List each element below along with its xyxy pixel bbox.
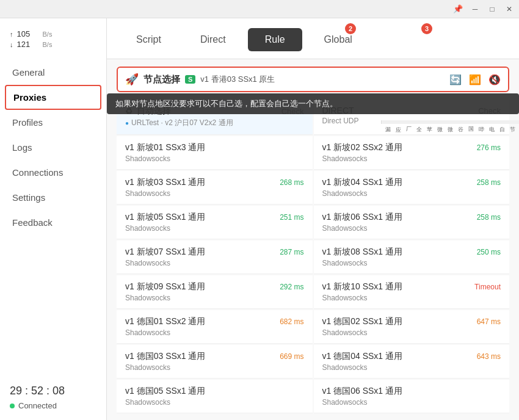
proxy-latency: 258 ms (477, 213, 501, 222)
close-button[interactable]: ✕ (504, 4, 514, 14)
tab-global[interactable]: Global (307, 28, 369, 51)
proxy-latency: 669 ms (280, 352, 303, 361)
proxy-latency: Timeout (474, 283, 501, 291)
connection-status: Connected (10, 401, 96, 410)
right-label-item[interactable]: 漏 (383, 121, 393, 123)
mute-icon[interactable]: 🔇 (488, 74, 501, 85)
proxy-latency: 258 ms (477, 178, 501, 187)
group-icon: 🚀 (125, 73, 139, 86)
proxy-item-name: v1 新坡02 SSx2 通用 (322, 142, 403, 153)
right-label-item[interactable]: 谷 (456, 121, 465, 123)
right-label-item[interactable]: 厂 (404, 121, 413, 123)
download-stat: ↓ 121 B/s (10, 40, 96, 49)
right-label-item[interactable]: 微 (446, 121, 455, 123)
proxy-item[interactable]: v1 新坡07 SSx1 通用287 msShadowsocks (117, 241, 313, 274)
proxy-item-sub: Shadowsocks (322, 398, 501, 407)
signal-icon[interactable]: 📶 (469, 74, 481, 85)
proxy-item[interactable]: v1 新坡02 SSx2 通用276 msShadowsocks (314, 136, 510, 170)
proxy-latency: 292 ms (280, 283, 303, 291)
refresh-icon[interactable]: 🔄 (449, 74, 462, 85)
proxy-item[interactable]: v1 德国01 SSx2 通用682 msShadowsocks (117, 310, 313, 344)
proxy-item[interactable]: v1 新坡01 SSx3 通用Shadowsocks (117, 136, 313, 170)
sidebar-item-proxies[interactable]: Proxies (5, 85, 101, 110)
stats-panel: ↑ 105 B/s ↓ 121 B/s (0, 24, 106, 54)
proxy-item-sub: ●URLTest · v2 沪日07 V2x2 通用 (125, 118, 304, 128)
right-label-item[interactable]: 应 (394, 121, 403, 123)
right-label-item[interactable]: 苹 (425, 121, 434, 123)
proxy-item[interactable]: v1 德国04 SSx1 通用643 msShadowsocks (314, 345, 510, 378)
proxy-item-name: v1 新坡08 SSx1 通用 (322, 247, 403, 258)
proxy-item[interactable]: v1 新坡10 SSx1 通用TimeoutShadowsocks (314, 275, 510, 309)
proxy-latency: 276 ms (477, 143, 501, 152)
group-current: v1 香港03 SSx1 原生 (200, 74, 275, 85)
upload-unit: B/s (43, 31, 53, 38)
proxy-item-name: v1 新坡01 SSx3 通用 (125, 142, 206, 153)
proxy-item[interactable]: v1 新坡04 SSx1 通用258 msShadowsocks (314, 171, 510, 205)
tab-direct[interactable]: Direct (183, 28, 243, 51)
proxy-item-sub: Shadowsocks (125, 328, 304, 337)
download-unit: B/s (43, 41, 53, 48)
tab-script[interactable]: Script (119, 28, 178, 51)
proxy-item-sub: Shadowsocks (125, 363, 304, 372)
proxy-item-sub: Shadowsocks (322, 224, 501, 233)
proxy-item[interactable]: v1 新坡05 SSx1 通用251 msShadowsocks (117, 206, 313, 239)
proxy-item-sub: Shadowsocks (125, 224, 304, 233)
tab-rule[interactable]: Rule (248, 28, 302, 51)
proxy-item[interactable]: v1 德国03 SSx1 通用669 msShadowsocks (117, 345, 313, 378)
maximize-button[interactable]: □ (487, 4, 497, 14)
proxy-item-sub: Shadowsocks (322, 294, 501, 302)
proxy-item-sub: Shadowsocks (125, 398, 304, 407)
proxy-item[interactable]: v1 新坡08 SSx1 通用250 msShadowsocks (314, 241, 510, 274)
proxy-item[interactable]: v1 新坡09 SSx1 通用292 msShadowsocks (117, 275, 313, 309)
right-label-item[interactable]: 节 (508, 121, 517, 123)
sidebar-item-general[interactable]: General (0, 60, 106, 85)
right-label-item[interactable]: 全 (415, 121, 424, 123)
proxy-item-sub: Shadowsocks (125, 189, 304, 198)
proxy-item[interactable]: v1 德国05 SSx1 通用Shadowsocks (117, 380, 313, 413)
proxy-item-sub: Shadowsocks (125, 294, 304, 302)
right-label-item[interactable]: 国 (466, 121, 476, 123)
proxy-item-name: v1 新坡10 SSx1 通用 (322, 281, 403, 292)
proxy-item-sub: Shadowsocks (322, 189, 501, 198)
sidebar-item-connections[interactable]: Connections (0, 160, 106, 185)
sidebar-item-logs[interactable]: Logs (0, 135, 106, 160)
status-dot (10, 404, 15, 408)
sidebar-item-profiles[interactable]: Profiles (0, 110, 106, 135)
proxy-item-sub: Shadowsocks (125, 259, 304, 267)
upload-value: 105 (17, 29, 39, 38)
proxy-latency: 250 ms (477, 248, 501, 256)
right-label-item[interactable]: 自 (498, 121, 507, 123)
proxy-item-name: v1 德国06 SSx1 通用 (322, 386, 403, 397)
sidebar-bottom: 29 : 52 : 08 Connected (0, 375, 106, 420)
proxy-item[interactable]: v1 德国02 SSx1 通用647 msShadowsocks (314, 310, 510, 344)
proxy-latency: 251 ms (280, 213, 303, 222)
right-label-item[interactable]: 哔 (477, 121, 486, 123)
proxy-item-sub: Shadowsocks (125, 154, 304, 163)
proxy-item[interactable]: v1 德国06 SSx1 通用Shadowsocks (314, 380, 510, 413)
proxy-grid: ♻自动选择Check●URLTest · v2 沪日07 V2x2 通用DIRE… (117, 100, 509, 413)
sidebar: ↑ 105 B/s ↓ 121 B/s GeneralProxiesProfil… (0, 18, 107, 420)
main-layout: ↑ 105 B/s ↓ 121 B/s GeneralProxiesProfil… (0, 18, 519, 420)
right-labels[interactable]: 节自电哔国谷微微苹全厂应漏 (381, 120, 519, 124)
title-bar: 📌 ─ □ ✕ (0, 0, 519, 18)
badge-rule: 2 (345, 23, 356, 34)
group-header[interactable]: 🚀 节点选择 S v1 香港03 SSx1 原生 🔄 📶 🔇 (117, 67, 509, 92)
proxy-latency: 268 ms (280, 178, 303, 187)
tooltip-bar: 如果对节点地区没要求可以不自己选，配置会自己选一个节点。 (107, 93, 519, 114)
proxy-item-name: v1 新坡07 SSx1 通用 (125, 247, 206, 258)
proxy-item-sub: Shadowsocks (322, 328, 501, 337)
proxy-latency: 643 ms (477, 352, 501, 361)
pin-icon[interactable]: 📌 (453, 4, 463, 13)
proxy-item-name: v1 新坡05 SSx1 通用 (125, 212, 206, 223)
proxy-item[interactable]: v1 新坡03 SSx1 通用268 msShadowsocks (117, 171, 313, 205)
right-label-item[interactable]: 微 (435, 121, 445, 123)
proxy-area[interactable]: 🚀 节点选择 S v1 香港03 SSx1 原生 🔄 📶 🔇 如果对节点地区没要… (107, 59, 519, 420)
right-label-item[interactable]: 电 (487, 121, 496, 123)
sidebar-nav: GeneralProxiesProfilesLogsConnectionsSet… (0, 60, 106, 235)
main-content: ScriptDirectRuleGlobal 2 3 🚀 节点选择 S v1 香… (107, 18, 519, 420)
minimize-button[interactable]: ─ (470, 4, 480, 14)
sidebar-item-settings[interactable]: Settings (0, 185, 106, 210)
proxy-item[interactable]: v1 新坡06 SSx1 通用258 msShadowsocks (314, 206, 510, 239)
sidebar-item-feedback[interactable]: Feedback (0, 210, 106, 235)
proxy-latency: 647 ms (477, 317, 501, 326)
